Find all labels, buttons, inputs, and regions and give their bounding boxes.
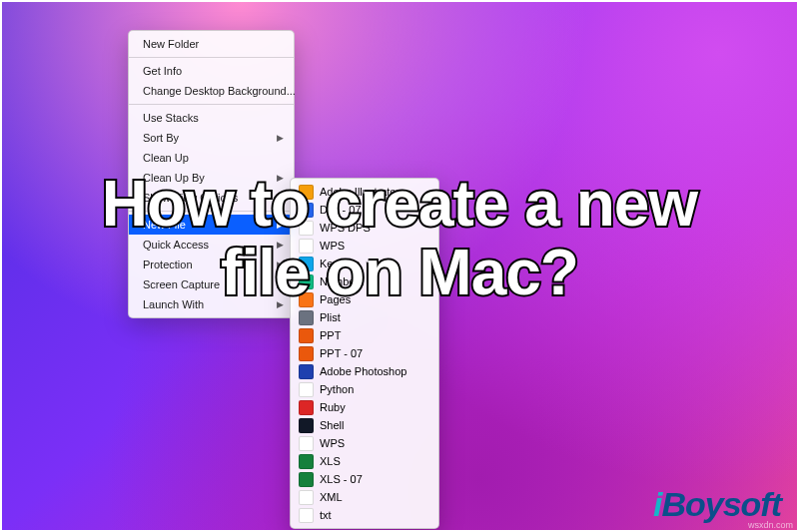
file-type-icon bbox=[299, 418, 314, 433]
menu-separator bbox=[129, 211, 294, 212]
submenu-item-label: Keynote bbox=[320, 256, 360, 271]
submenu-item[interactable]: Adobe Photoshop bbox=[291, 362, 438, 380]
submenu-item-label: WPS bbox=[320, 238, 345, 254]
submenu-item-label: XLS - 07 bbox=[320, 471, 363, 487]
file-type-icon bbox=[299, 221, 314, 236]
desktop-wallpaper: New FolderGet InfoChange Desktop Backgro… bbox=[0, 0, 799, 532]
menu-item[interactable]: Use Stacks bbox=[129, 108, 294, 128]
menu-item[interactable]: Screen Capture▶ bbox=[129, 274, 294, 294]
file-type-icon bbox=[299, 310, 314, 325]
file-type-icon bbox=[299, 346, 314, 361]
site-watermark: wsxdn.com bbox=[748, 520, 793, 530]
file-type-icon bbox=[299, 292, 314, 307]
file-type-icon bbox=[299, 454, 314, 469]
submenu-item-label: PPT - 07 bbox=[320, 345, 363, 361]
submenu-item[interactable]: XLS - 07 bbox=[291, 470, 438, 488]
submenu-item-label: Adobe Photoshop bbox=[320, 363, 406, 379]
menu-item-label: Get Info bbox=[143, 63, 182, 79]
menu-item[interactable]: Launch With▶ bbox=[129, 294, 294, 314]
submenu-item-label: Shell bbox=[320, 417, 344, 433]
chevron-right-icon: ▶ bbox=[277, 170, 284, 186]
menu-separator bbox=[129, 57, 294, 58]
file-type-icon bbox=[299, 508, 314, 523]
menu-item-label: Clean Up bbox=[143, 150, 189, 166]
menu-item-label: Clean Up By bbox=[143, 170, 205, 186]
file-type-icon bbox=[299, 257, 314, 271]
menu-separator bbox=[129, 104, 294, 105]
submenu-item[interactable]: PPT - 07 bbox=[291, 344, 438, 362]
file-type-icon bbox=[299, 328, 314, 343]
submenu-item[interactable]: Doc - 07 bbox=[291, 201, 438, 219]
submenu-item[interactable]: XML bbox=[291, 488, 438, 506]
menu-item[interactable]: Quick Access▶ bbox=[129, 235, 294, 255]
menu-item-label: Screen Capture bbox=[143, 276, 220, 292]
file-type-icon bbox=[299, 490, 314, 505]
menu-item-label: New File bbox=[143, 217, 186, 233]
submenu-item-label: Numbers bbox=[320, 273, 365, 289]
submenu-item[interactable]: Pages bbox=[291, 290, 438, 308]
submenu-item-label: PPT bbox=[320, 327, 341, 343]
menu-item-label: Sort By bbox=[143, 130, 179, 146]
file-type-icon bbox=[299, 203, 314, 218]
menu-item[interactable]: New Folder bbox=[129, 34, 294, 54]
submenu-item-label: Ruby bbox=[320, 399, 346, 415]
menu-item-label: Launch With bbox=[143, 296, 204, 312]
file-type-icon bbox=[299, 472, 314, 487]
submenu-item-label: XLS bbox=[320, 453, 341, 469]
menu-item-label: Show View Options bbox=[143, 190, 238, 206]
submenu-item[interactable]: Shell bbox=[291, 416, 438, 434]
submenu-item[interactable]: Python bbox=[291, 380, 438, 398]
submenu-item[interactable]: Plist bbox=[291, 308, 438, 326]
new-file-submenu[interactable]: Adobe IllustratorDoc - 07WPS DPSWPSKeyno… bbox=[290, 178, 439, 529]
context-menu[interactable]: New FolderGet InfoChange Desktop Backgro… bbox=[128, 30, 295, 318]
menu-item[interactable]: Clean Up By▶ bbox=[129, 168, 294, 188]
menu-item[interactable]: Get Info bbox=[129, 61, 294, 81]
file-type-icon bbox=[299, 364, 314, 379]
submenu-item-label: WPS DPS bbox=[320, 220, 371, 236]
submenu-item[interactable]: XLS bbox=[291, 452, 438, 470]
menu-item-label: Quick Access bbox=[143, 237, 209, 253]
submenu-item-label: Pages bbox=[320, 291, 351, 307]
submenu-item-label: WPS bbox=[320, 435, 345, 451]
menu-item[interactable]: Sort By▶ bbox=[129, 128, 294, 148]
submenu-item[interactable]: txt bbox=[291, 506, 438, 524]
submenu-item[interactable]: WPS DPS bbox=[291, 219, 438, 237]
menu-item[interactable]: Clean Up bbox=[129, 148, 294, 168]
submenu-item[interactable]: Adobe Illustrator bbox=[291, 183, 438, 201]
chevron-right-icon: ▶ bbox=[277, 296, 284, 312]
menu-item[interactable]: New File▶ bbox=[129, 215, 294, 235]
chevron-right-icon: ▶ bbox=[277, 217, 284, 233]
brand-logo: iBoysoft bbox=[653, 485, 781, 524]
file-type-icon bbox=[299, 274, 314, 289]
submenu-item[interactable]: Ruby bbox=[291, 398, 438, 416]
file-type-icon bbox=[299, 436, 314, 451]
submenu-item-label: Doc - 07 bbox=[320, 202, 362, 218]
submenu-item-label: Python bbox=[320, 381, 354, 397]
file-type-icon bbox=[299, 185, 314, 200]
submenu-item[interactable]: WPS bbox=[291, 434, 438, 452]
submenu-item[interactable]: PPT bbox=[291, 326, 438, 344]
submenu-item-label: XML bbox=[320, 489, 343, 505]
menu-item-label: New Folder bbox=[143, 36, 199, 52]
submenu-item[interactable]: Numbers bbox=[291, 272, 438, 290]
submenu-item-label: Plist bbox=[320, 309, 341, 325]
submenu-item[interactable]: WPS bbox=[291, 237, 438, 255]
menu-item-label: Use Stacks bbox=[143, 110, 199, 126]
submenu-item[interactable]: Keynote bbox=[291, 255, 438, 272]
chevron-right-icon: ▶ bbox=[277, 237, 284, 253]
menu-item[interactable]: Show View Options bbox=[129, 188, 294, 208]
menu-item[interactable]: Protection▶ bbox=[129, 255, 294, 274]
chevron-right-icon: ▶ bbox=[277, 257, 284, 272]
submenu-item-label: Adobe Illustrator bbox=[320, 184, 400, 200]
menu-item[interactable]: Change Desktop Background... bbox=[129, 81, 294, 101]
menu-item-label: Change Desktop Background... bbox=[143, 83, 296, 99]
file-type-icon bbox=[299, 239, 314, 254]
file-type-icon bbox=[299, 382, 314, 397]
menu-item-label: Protection bbox=[143, 257, 193, 272]
chevron-right-icon: ▶ bbox=[277, 130, 284, 146]
submenu-item-label: txt bbox=[320, 507, 332, 523]
chevron-right-icon: ▶ bbox=[277, 276, 284, 292]
file-type-icon bbox=[299, 400, 314, 415]
brand-rest: Boysoft bbox=[661, 485, 781, 523]
